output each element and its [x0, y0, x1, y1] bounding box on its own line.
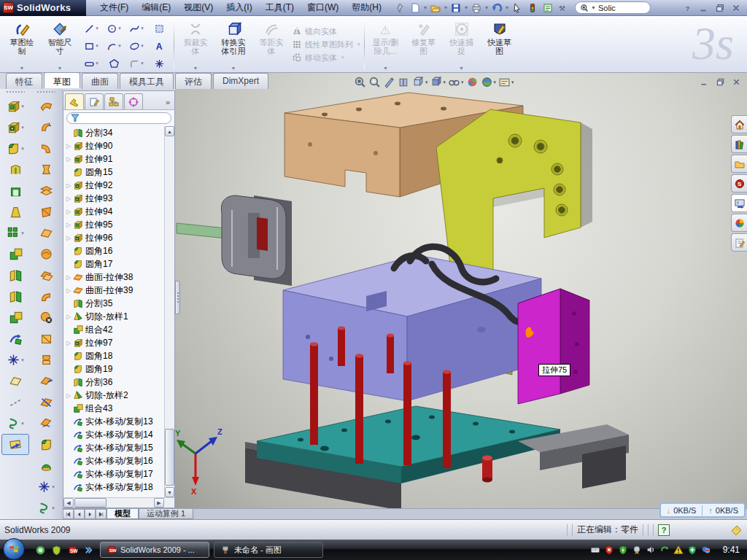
dropdown-arrow-icon[interactable]: ▾ — [118, 26, 121, 31]
dropdown-arrow-icon[interactable]: ▾ — [506, 4, 508, 11]
tree-item[interactable]: 圆角18 — [63, 349, 174, 362]
pattern-tool[interactable]: ▾ — [1, 222, 29, 244]
dropdown-arrow-icon[interactable]: ▾ — [21, 125, 24, 131]
dropdown-arrow-icon[interactable]: ▾ — [141, 43, 144, 49]
part-side-block[interactable] — [518, 289, 589, 404]
surf-mid-tool[interactable] — [32, 349, 60, 370]
expand-arrow-icon[interactable]: ▷ — [66, 222, 73, 228]
surf-fill-tool[interactable] — [32, 244, 60, 265]
dropdown-arrow-icon[interactable]: ▾ — [21, 104, 24, 109]
tab-特征[interactable]: 特征 — [6, 73, 42, 89]
warning-icon[interactable] — [673, 545, 684, 555]
tab-草图[interactable]: 草图 — [44, 72, 80, 88]
surf-trim-tool[interactable] — [32, 392, 60, 413]
last-icon[interactable] — [96, 509, 107, 519]
menu-6[interactable]: 窗口(W) — [301, 0, 345, 16]
section-tool-icon[interactable] — [383, 76, 395, 88]
surf-knit-tool[interactable] — [32, 413, 60, 434]
options-icon[interactable] — [541, 1, 555, 15]
next-icon[interactable] — [85, 509, 96, 519]
surf-boundary-tool[interactable] — [32, 201, 60, 222]
pin-icon[interactable] — [392, 1, 407, 15]
expand-arrow-icon[interactable]: ▷ — [66, 274, 73, 281]
ribbon-button-convert-entities[interactable]: 转换实 体引用▼ — [214, 18, 252, 71]
tree-item[interactable]: 圆角19 — [63, 362, 174, 376]
toolbar-drag-handle[interactable] — [6, 90, 25, 94]
tab-DimXpert[interactable]: DimXpert — [213, 73, 268, 89]
sketch-tool-slot[interactable]: ▾ — [80, 55, 102, 72]
toolbox-icon[interactable]: ⚒ — [556, 1, 570, 15]
prev-icon[interactable] — [74, 509, 85, 519]
sketch-tool-spline[interactable]: ▾ — [125, 20, 147, 37]
expand-arrow-icon[interactable]: ▷ — [66, 340, 73, 346]
tree-item[interactable]: 实体-移动/复制13 — [63, 415, 174, 428]
doc-minimize-icon[interactable] — [700, 77, 709, 87]
configurationmanager-icon[interactable] — [104, 93, 123, 109]
scroll-left-button[interactable]: ◀ — [63, 498, 74, 508]
ribbon-button-smart-dimension[interactable]: 智能尺 寸▼ — [41, 18, 79, 71]
tree-item[interactable]: 分割34 — [63, 126, 174, 139]
dropdown-arrow-icon[interactable]: ▾ — [21, 146, 24, 152]
dropdown-arrow-icon[interactable]: ▾ — [96, 26, 98, 31]
messenger-icon[interactable] — [35, 545, 46, 556]
rib-tool[interactable] — [1, 159, 29, 180]
tree-item[interactable]: 实体-移动/复制15 — [63, 441, 174, 454]
menu-1[interactable]: 文件(F) — [93, 0, 135, 16]
task-button-2[interactable]: 未命名 - 画图 — [214, 542, 323, 558]
tag-icon[interactable] — [729, 524, 743, 536]
fillet-tool[interactable] — [32, 434, 60, 455]
appearances-icon[interactable] — [731, 214, 747, 232]
fillet-tool[interactable]: ▾ — [1, 138, 29, 159]
scroll-thumb[interactable] — [165, 429, 174, 486]
menu-3[interactable]: 视图(V) — [177, 0, 220, 16]
expand-arrow-icon[interactable]: ▷ — [66, 209, 73, 215]
cert-icon[interactable] — [632, 545, 642, 555]
tab-曲面[interactable]: 曲面 — [82, 73, 118, 89]
point-tool[interactable]: ▾ — [32, 476, 60, 497]
shield-icon[interactable] — [51, 545, 62, 556]
expand-arrow-icon[interactable]: ▷ — [66, 182, 73, 189]
sketch-tool-sketch-fillet[interactable]: ▾ — [125, 55, 147, 72]
part-core-block[interactable] — [283, 255, 558, 401]
surf-elbow-tool[interactable] — [32, 286, 60, 307]
panel-splitter-handle[interactable] — [175, 281, 180, 314]
dropdown-arrow-icon[interactable]: ▾ — [465, 4, 468, 11]
search-dropdown-icon[interactable]: ▼ — [591, 5, 596, 10]
scroll-down-button[interactable]: ▼ — [165, 487, 174, 497]
sketch-tool-point[interactable] — [148, 55, 170, 72]
featuremanager-icon[interactable] — [65, 93, 84, 109]
dropdown-arrow-icon[interactable]: ▾ — [52, 505, 55, 511]
search-input[interactable]: Solic — [598, 4, 616, 12]
tree-item[interactable]: ▷拉伸95 — [63, 218, 174, 231]
minimize-icon[interactable] — [699, 3, 709, 13]
rebuild-icon[interactable] — [525, 1, 540, 15]
dropdown-arrow-icon[interactable]: ▾ — [21, 230, 24, 236]
annotation-view-icon[interactable]: ▾ — [498, 76, 514, 88]
tree-horizontal-scrollbar[interactable]: ◀ ▶ — [63, 497, 174, 508]
expand-arrow-icon[interactable]: ▷ — [66, 156, 73, 163]
dome-tool[interactable] — [32, 455, 60, 476]
view-palette-icon[interactable] — [731, 194, 747, 212]
dropdown-arrow-icon[interactable]: ▾ — [21, 421, 24, 427]
sketch-tool-text[interactable]: A — [148, 37, 170, 55]
scroll-up-button[interactable]: ▲ — [165, 126, 174, 136]
expand-arrow-icon[interactable]: ▷ — [66, 314, 73, 320]
surf-flex-tool[interactable] — [32, 159, 60, 180]
dropdown-arrow-icon[interactable]: ▾ — [485, 4, 488, 11]
section-view-icon[interactable] — [398, 76, 410, 88]
sketch-tool-polygon[interactable] — [103, 55, 125, 72]
plane-tool[interactable] — [1, 370, 29, 392]
dropdown-arrow-icon[interactable]: ▼ — [231, 66, 236, 71]
scene-icon[interactable]: ▾ — [481, 76, 497, 88]
tab-评估[interactable]: 评估 — [175, 73, 212, 89]
part-clamp[interactable] — [177, 195, 292, 286]
tree-item[interactable]: 组合42 — [63, 323, 174, 336]
tree-item[interactable]: 圆角16 — [63, 244, 174, 257]
surf-offset-tool[interactable] — [32, 265, 60, 286]
expand-arrow-icon[interactable]: ▷ — [66, 235, 73, 241]
tree-item[interactable]: 圆角17 — [63, 257, 174, 271]
graphics-viewport[interactable]: X Y Z ▾▾▾▾▾ S 拉伸75 — [175, 73, 747, 508]
new-file-icon[interactable] — [408, 1, 422, 15]
tree-item[interactable]: ▷切除-放样2 — [63, 389, 174, 402]
sketch-line-tool[interactable] — [1, 392, 29, 413]
